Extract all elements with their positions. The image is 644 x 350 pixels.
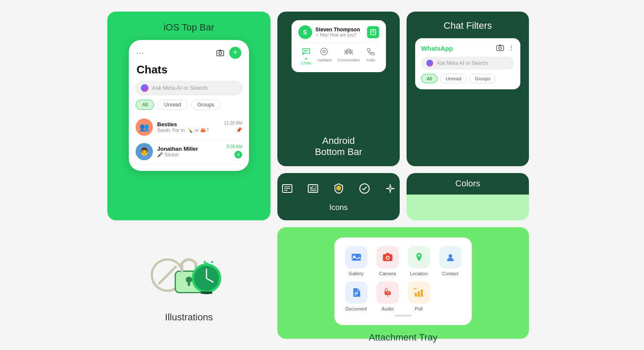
updates-nav-icon	[319, 46, 329, 57]
svg-rect-0	[217, 51, 224, 56]
tray-item-camera[interactable]: Camera	[374, 246, 401, 276]
svg-text:👨: 👨	[140, 147, 149, 156]
svg-point-15	[345, 50, 347, 52]
tray-item-document[interactable]: Document	[343, 281, 369, 311]
camera-label: Camera	[379, 271, 396, 276]
unread-badge-jonathan: 4	[234, 151, 242, 158]
phone-icons: +	[216, 47, 241, 59]
svg-point-16	[350, 50, 352, 52]
tray-item-audio[interactable]: Audio	[374, 281, 401, 311]
svg-rect-38	[308, 185, 318, 192]
nav-item-updates[interactable]: Updates	[317, 46, 332, 65]
poll-icon-wrapper	[408, 281, 430, 304]
chats-nav-icon	[301, 46, 311, 57]
filter-pills: All Unread Groups	[135, 100, 243, 110]
document-icon-wrapper	[345, 281, 368, 304]
nav-dot-chats	[305, 58, 307, 60]
cf-search-bar[interactable]: Ask Meta AI or Search	[421, 57, 514, 70]
icons-title: Icons	[329, 203, 348, 212]
svg-point-57	[388, 292, 391, 295]
svg-point-18	[499, 47, 501, 49]
svg-rect-2	[219, 50, 222, 51]
list-icon	[279, 181, 295, 196]
verified-icon	[357, 181, 372, 196]
nav-item-chats[interactable]: Chats	[301, 46, 311, 65]
document-label: Document	[345, 306, 367, 311]
shield-icon: 😊	[331, 181, 346, 196]
android-header: S Steven Thompson ✓ Hey! How are you?	[298, 25, 379, 39]
search-bar[interactable]: Ask Meta AI or Search	[135, 81, 243, 95]
ios-topbar-card: iOS Top Bar ··· + Chats	[107, 12, 270, 220]
phone-dots: ···	[137, 49, 144, 56]
android-phone: S Steven Thompson ✓ Hey! How are you?	[292, 20, 386, 72]
attachment-tray-title: Attachment Tray	[369, 332, 437, 343]
svg-point-1	[219, 52, 222, 55]
chat-time-besties: 11:26 AM	[224, 121, 242, 125]
phone-mockup: ··· + Chats Ask Meta AI or Search	[129, 40, 249, 171]
tray-item-gallery[interactable]: Gallery	[343, 246, 369, 276]
android-send-button[interactable]	[367, 26, 379, 38]
tray-item-location[interactable]: Location	[406, 246, 432, 276]
phone-top-bar: ··· +	[135, 47, 243, 59]
chat-preview-besties: Sarah: For tn: 🍾 or 🦀?	[157, 128, 220, 133]
tray-item-poll[interactable]: Poll	[406, 281, 432, 311]
avatar-besties: 👥	[136, 119, 153, 136]
android-username: Steven Thompson	[316, 27, 360, 33]
tray-item-contact[interactable]: Contact	[437, 246, 463, 276]
filter-groups[interactable]: Groups	[191, 100, 221, 110]
wa-avatar: S	[298, 25, 312, 39]
attachment-tray-card: Gallery Camera	[277, 227, 529, 339]
nav-item-communities[interactable]: Communities	[337, 46, 360, 65]
cf-header-icons: ⋮	[496, 44, 514, 52]
cf-search-placeholder: Ask Meta AI or Search	[437, 60, 488, 66]
svg-point-12	[321, 48, 328, 55]
svg-point-50	[418, 254, 420, 256]
whatsapp-brand: WhatsApp	[421, 45, 453, 52]
gallery-label: Gallery	[349, 271, 364, 276]
colors-title: Colors	[456, 179, 480, 189]
illustrations-card: Illustrations	[107, 227, 270, 339]
chat-item-besties[interactable]: 👥 Besties Sarah: For tn: 🍾 or 🦀? 11:26 A…	[135, 115, 243, 140]
cf-pill-all[interactable]: All	[421, 74, 437, 83]
chat-name-jonathan: Jonathan Miller	[157, 146, 222, 152]
pin-icon: 📌	[236, 127, 242, 133]
cf-pill-groups[interactable]: Groups	[469, 74, 496, 83]
nav-item-calls[interactable]: Calls	[366, 46, 376, 65]
chats-title: Chats	[135, 63, 243, 76]
location-label: Location	[410, 271, 428, 276]
audio-icon-wrapper	[377, 281, 399, 304]
chat-name-besties: Besties	[157, 121, 220, 128]
camera-header-icon[interactable]	[496, 44, 504, 52]
camera-icon-wrapper	[377, 246, 399, 268]
tray-handle	[395, 315, 412, 317]
filter-unread[interactable]: Unread	[158, 100, 187, 110]
more-options-icon[interactable]: ⋮	[508, 44, 514, 52]
colors-card: Colors	[407, 173, 529, 220]
cf-pill-unread[interactable]: Unread	[440, 74, 467, 83]
svg-text:👥: 👥	[140, 122, 149, 132]
chat-meta-besties: 11:26 AM 📌	[224, 121, 242, 133]
poll-label: Poll	[415, 306, 422, 311]
chat-time-jonathan: 9:28 AM	[226, 144, 242, 149]
svg-rect-17	[497, 46, 504, 51]
contact-icon-wrapper	[439, 246, 462, 268]
svg-rect-24	[188, 282, 190, 286]
tray-empty	[437, 281, 459, 311]
svg-point-14	[347, 49, 350, 52]
nav-label-updates: Updates	[317, 58, 332, 62]
chat-info-jonathan: Jonathan Miller 🎤 Sticker	[157, 146, 222, 158]
svg-rect-58	[415, 293, 417, 297]
attachment-tray: Gallery Camera	[334, 237, 472, 325]
camera-icon[interactable]	[216, 48, 225, 58]
location-icon-wrapper	[408, 246, 430, 268]
svg-rect-49	[386, 253, 389, 255]
svg-point-13	[323, 50, 325, 53]
communities-nav-icon	[343, 46, 354, 57]
chat-item-jonathan[interactable]: 👨 Jonathan Miller 🎤 Sticker 9:28 AM 4	[135, 140, 243, 164]
illustration-image	[146, 243, 232, 303]
chat-filters-title: Chat Filters	[415, 20, 520, 31]
filter-all[interactable]: All	[136, 100, 154, 110]
android-status: ✓ Hey! How are you?	[316, 33, 360, 37]
chat-meta-jonathan: 9:28 AM 4	[226, 144, 242, 158]
add-button[interactable]: +	[229, 47, 241, 59]
